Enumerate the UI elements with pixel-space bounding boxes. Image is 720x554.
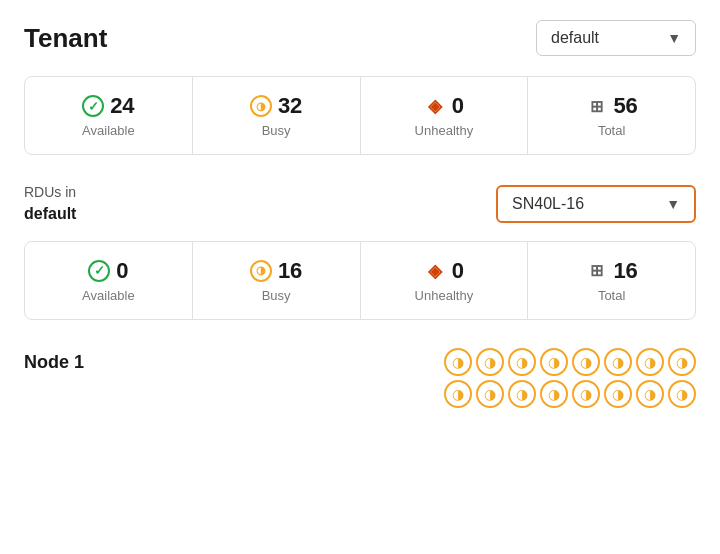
node-busy-icon: ◑ (668, 380, 696, 408)
node-busy-icon: ◑ (636, 348, 664, 376)
node-busy-icon: ◑ (604, 348, 632, 376)
rdus-stat-busy-label: Busy (262, 288, 291, 303)
stat-total: ⊞ 56 Total (528, 77, 695, 154)
rdus-stat-available-label: Available (82, 288, 135, 303)
node-icons-container: ◑ ◑ ◑ ◑ ◑ ◑ ◑ ◑ ◑ ◑ ◑ ◑ ◑ ◑ ◑ ◑ (444, 348, 696, 408)
rdus-header: RDUs in default SN40L-16 ▼ (24, 183, 696, 225)
node-busy-icon: ◑ (572, 348, 600, 376)
stat-busy-value: ◑ 32 (250, 93, 302, 119)
tenant-dropdown[interactable]: default ▼ (536, 20, 696, 56)
stat-total-label: Total (598, 123, 625, 138)
busy-icon: ◑ (250, 95, 272, 117)
node-icons-row-1: ◑ ◑ ◑ ◑ ◑ ◑ ◑ ◑ (444, 348, 696, 376)
page-title: Tenant (24, 23, 107, 54)
node-icons-row-2: ◑ ◑ ◑ ◑ ◑ ◑ ◑ ◑ (444, 380, 696, 408)
rdus-stat-busy-value: ◑ 16 (250, 258, 302, 284)
node-busy-icon: ◑ (636, 380, 664, 408)
chevron-down-icon: ▼ (667, 30, 681, 46)
stat-unhealthy-value: ◈ 0 (424, 93, 464, 119)
rdus-stat-total-label: Total (598, 288, 625, 303)
total-icon: ⊞ (585, 260, 607, 282)
node-section: Node 1 ◑ ◑ ◑ ◑ ◑ ◑ ◑ ◑ ◑ ◑ ◑ ◑ ◑ ◑ ◑ ◑ (24, 348, 696, 408)
tenant-dropdown-value: default (551, 29, 599, 47)
stat-available-label: Available (82, 123, 135, 138)
chevron-down-icon: ▼ (666, 196, 680, 212)
rdus-stat-available-value: ✓ 0 (88, 258, 128, 284)
node-label: Node 1 (24, 348, 84, 373)
page-header: Tenant default ▼ (24, 20, 696, 56)
stat-unhealthy-label: Unhealthy (415, 123, 474, 138)
rdus-stat-total: ⊞ 16 Total (528, 242, 695, 319)
rdus-stat-unhealthy-value: ◈ 0 (424, 258, 464, 284)
stat-unhealthy: ◈ 0 Unhealthy (361, 77, 529, 154)
busy-icon: ◑ (250, 260, 272, 282)
node-busy-icon: ◑ (476, 380, 504, 408)
node-busy-icon: ◑ (444, 380, 472, 408)
total-icon: ⊞ (585, 95, 607, 117)
node-busy-icon: ◑ (444, 348, 472, 376)
rdus-dropdown-value: SN40L-16 (512, 195, 584, 213)
stat-busy-label: Busy (262, 123, 291, 138)
rdus-stats-row: ✓ 0 Available ◑ 16 Busy ◈ 0 Unhealthy ⊞ … (24, 241, 696, 320)
top-stats-row: ✓ 24 Available ◑ 32 Busy ◈ 0 Unhealthy ⊞… (24, 76, 696, 155)
unhealthy-icon: ◈ (424, 95, 446, 117)
rdus-dropdown[interactable]: SN40L-16 ▼ (496, 185, 696, 223)
rdus-stat-unhealthy: ◈ 0 Unhealthy (361, 242, 529, 319)
node-busy-icon: ◑ (540, 348, 568, 376)
check-icon: ✓ (82, 95, 104, 117)
rdus-label: RDUs in default (24, 183, 76, 225)
stat-available: ✓ 24 Available (25, 77, 193, 154)
rdus-stat-total-value: ⊞ 16 (585, 258, 637, 284)
node-busy-icon: ◑ (540, 380, 568, 408)
node-busy-icon: ◑ (508, 348, 536, 376)
stat-total-value: ⊞ 56 (585, 93, 637, 119)
node-busy-icon: ◑ (476, 348, 504, 376)
stat-busy: ◑ 32 Busy (193, 77, 361, 154)
unhealthy-icon: ◈ (424, 260, 446, 282)
rdus-stat-busy: ◑ 16 Busy (193, 242, 361, 319)
node-busy-icon: ◑ (508, 380, 536, 408)
check-icon: ✓ (88, 260, 110, 282)
rdus-stat-available: ✓ 0 Available (25, 242, 193, 319)
node-busy-icon: ◑ (668, 348, 696, 376)
node-busy-icon: ◑ (572, 380, 600, 408)
stat-available-value: ✓ 24 (82, 93, 134, 119)
rdus-stat-unhealthy-label: Unhealthy (415, 288, 474, 303)
node-busy-icon: ◑ (604, 380, 632, 408)
